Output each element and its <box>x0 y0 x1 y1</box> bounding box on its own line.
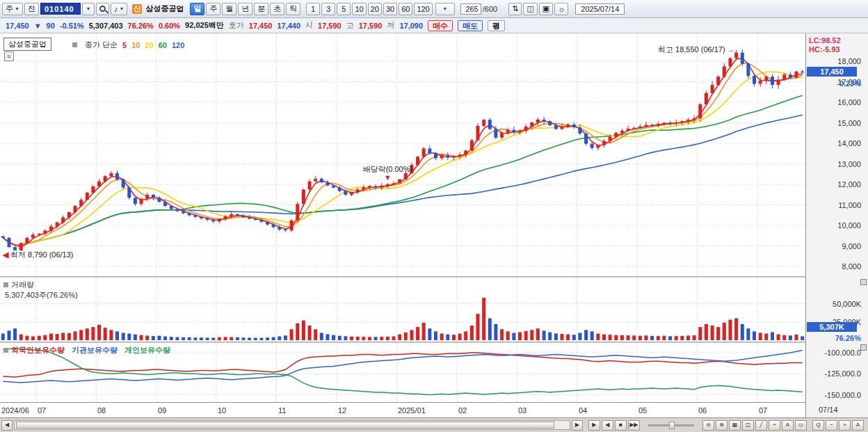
chart-menu-icon[interactable]: ≡ <box>4 51 14 61</box>
main-toolbar: 주 ▼ 전 010140 ▼ ♪ ▼ 신 삼성중공업 일주월년분초틱 13510… <box>0 0 868 18</box>
volume-axis-label: 50,000K <box>833 300 861 308</box>
ma-period-label: 120 <box>172 41 184 49</box>
price-axis-label: 18,000 <box>837 57 861 65</box>
sell-button[interactable]: 매도 <box>458 20 483 31</box>
period-주-button[interactable]: 주 <box>206 3 220 15</box>
settings-gear-icon[interactable]: ☼ <box>554 3 568 15</box>
ownership-axis-label: -100,000.0 <box>824 349 861 357</box>
volume-pane[interactable] <box>0 278 805 342</box>
search-icon <box>99 6 106 12</box>
volume-chart[interactable] <box>0 278 805 342</box>
zoom-in-button[interactable]: + <box>839 420 851 431</box>
legend-marker-icon <box>3 282 8 287</box>
date-axis-label: 04 <box>579 406 587 415</box>
magnifier-button[interactable]: Q <box>812 420 824 431</box>
ownership-legend-item: 개인보유수량 <box>124 345 170 355</box>
date-axis-label: 2025/01 <box>398 406 426 415</box>
step-forward-button[interactable]: ▶▶ <box>628 420 640 431</box>
avg-button[interactable]: 평 <box>488 20 505 31</box>
zoom-in-range-icon[interactable]: ⊕ <box>716 420 728 431</box>
code-dropdown-button[interactable]: ▼ <box>82 3 95 15</box>
bar-width-slider[interactable] <box>648 424 694 426</box>
play-button[interactable]: ▶ <box>588 420 600 431</box>
chart-style-icon[interactable]: ◫ <box>742 420 754 431</box>
price-change: 90 <box>47 22 55 30</box>
scrollbar-handle[interactable] <box>16 422 554 429</box>
period-분-button[interactable]: 분 <box>254 3 268 15</box>
buy-button[interactable]: 매수 <box>428 20 453 31</box>
slider-thumb[interactable] <box>669 422 675 429</box>
price-pane[interactable]: 최고 18,550 (06/17)→◀최저 8,790 (06/13)배당락(0… <box>0 33 805 276</box>
compare-icon[interactable]: ⇅ <box>508 3 522 15</box>
date-axis-label: 09 <box>158 406 166 415</box>
scroll-right-button[interactable]: ▶ <box>572 420 583 431</box>
interval-120-button[interactable]: 120 <box>414 3 432 15</box>
date-axis: 2024/060708091011122025/01020304050607 <box>0 402 805 417</box>
interval-3-button[interactable]: 3 <box>321 3 335 15</box>
ownership-legend-item: 기관보유수량 <box>72 345 118 355</box>
chart-plot-area[interactable]: 최고 18,550 (06/17)→◀최저 8,790 (06/13)배당락(0… <box>0 33 805 417</box>
interval-5-button[interactable]: 5 <box>337 3 351 15</box>
horizontal-scrollbar[interactable] <box>14 420 570 430</box>
scroll-left-button[interactable]: ◀ <box>1 420 13 431</box>
zoom-out-button[interactable]: − <box>826 420 837 431</box>
bottom-bar: ◀ ▶ ▶◀■▶▶ ⊖⊕▦◫╱+A▭ Q−+A <box>0 417 868 432</box>
bid-price: 17,440 <box>277 22 300 30</box>
axis-last-date: 07/14 <box>819 406 838 414</box>
sound-button[interactable]: ♪ ▼ <box>111 3 127 15</box>
period-일-button[interactable]: 일 <box>190 3 204 15</box>
shape-tool-icon[interactable]: ▭ <box>795 420 807 431</box>
stop-button[interactable]: ■ <box>615 420 627 431</box>
chevron-down-icon: ▼ <box>15 6 19 11</box>
hoga-label: 호가 <box>229 20 244 31</box>
volume-pane-subtitle: 5,307,403주(76.26%) <box>5 290 78 301</box>
period-월-button[interactable]: 월 <box>222 3 236 15</box>
candlestick-chart[interactable]: 최고 18,550 (06/17)→◀최저 8,790 (06/13)배당락(0… <box>0 33 805 276</box>
period-초-button[interactable]: 초 <box>270 3 284 15</box>
step-back-button[interactable]: ◀ <box>602 420 613 431</box>
period-mode-dropdown[interactable]: 주 ▼ <box>2 3 23 15</box>
pane-collapse-button[interactable] <box>860 344 867 351</box>
chevron-down-icon: ▼ <box>442 6 447 11</box>
ownership-legend: 외국인보유수량기관보유수량개인보유수량 <box>11 345 177 355</box>
right-axis: 8,0009,00010,00011,00012,00013,00014,000… <box>805 33 868 417</box>
ma-period-label: 60 <box>159 41 167 49</box>
ownership-legend-row: 외국인보유수량기관보유수량개인보유수량 <box>3 345 177 355</box>
svg-text:최고 18,550 (06/17): 최고 18,550 (06/17) <box>658 45 725 54</box>
interval-60-button[interactable]: 60 <box>399 3 412 15</box>
interval-20-button[interactable]: 20 <box>368 3 382 15</box>
current-volume-ratio: 76.26% <box>835 334 861 342</box>
search-button[interactable] <box>96 3 109 15</box>
date-field[interactable]: 2025/07/14 <box>575 3 625 15</box>
chevron-down-icon: ▼ <box>119 6 124 11</box>
stock-code-input[interactable]: 010140 <box>40 3 81 15</box>
auto-scale-button[interactable]: A <box>852 420 864 431</box>
text-tool-icon[interactable]: A <box>782 420 794 431</box>
period-틱-button[interactable]: 틱 <box>286 3 300 15</box>
toolbar-icon-buttons: ⇅◫▣☼ <box>508 3 568 15</box>
interval-10-button[interactable]: 10 <box>352 3 366 15</box>
prev-stock-button[interactable]: 전 <box>24 3 39 15</box>
save-icon[interactable]: ▣ <box>539 3 553 15</box>
open-label: 시 <box>305 20 313 31</box>
price-change-pct: -0.51% <box>60 22 84 30</box>
chart-area: 최고 18,550 (06/17)→◀최저 8,790 (06/13)배당락(0… <box>0 33 868 417</box>
date-axis-label: 03 <box>518 406 527 415</box>
date-axis-label: 2024/06 <box>1 406 29 415</box>
grid-icon[interactable]: ▦ <box>729 420 741 431</box>
chart-type-icon[interactable]: ◫ <box>523 3 537 15</box>
zoom-buttons: Q−+A <box>812 420 864 431</box>
ownership-axis-label: -125,000.0 <box>824 369 861 378</box>
candle-count-input[interactable]: 265 <box>460 3 481 15</box>
pane-collapse-button[interactable] <box>860 279 867 285</box>
period-년-button[interactable]: 년 <box>238 3 252 15</box>
low-price: 17,090 <box>399 22 423 30</box>
interval-30-button[interactable]: 30 <box>383 3 397 15</box>
interval-dropdown[interactable]: ▼ <box>435 3 455 15</box>
trendline-icon[interactable]: ╱ <box>755 420 767 431</box>
price-axis-label: 8,000 <box>842 262 861 271</box>
zoom-out-range-icon[interactable]: ⊖ <box>702 420 714 431</box>
interval-1-button[interactable]: 1 <box>306 3 320 15</box>
crosshair-icon[interactable]: + <box>769 420 780 431</box>
price-axis-label: 12,000 <box>837 180 861 189</box>
